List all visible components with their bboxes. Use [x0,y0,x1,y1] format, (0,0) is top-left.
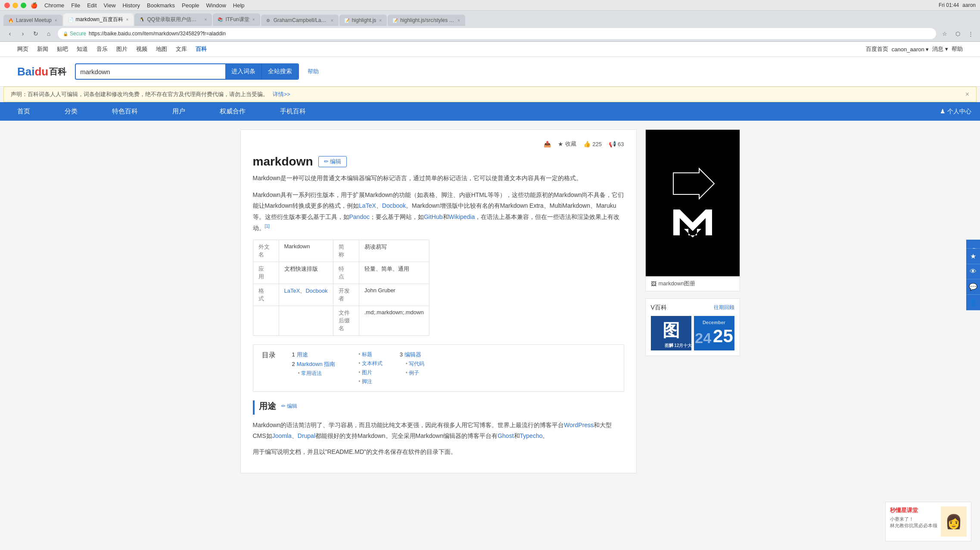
tab-close-7[interactable]: × [457,18,461,23]
tab-close-6[interactable]: × [378,18,383,23]
tab-highlightjs-styles[interactable]: 📝 highlight.js/src/styles at maste… × [388,15,465,26]
toc-sub-4[interactable]: 图片 [352,369,383,376]
toc-item-2[interactable]: 2 Markdown 指南 [292,360,336,368]
menu-edit[interactable]: Edit [87,2,96,9]
eye-float-icon[interactable]: 👁 [966,264,980,279]
docbook-link[interactable]: Docbook [382,202,406,209]
blue-nav-category[interactable]: 分类 [47,102,95,121]
blue-nav-users[interactable]: 用户 [155,102,202,121]
menu-view[interactable]: View [104,2,116,9]
toc-item-1[interactable]: 1 用途 [292,351,336,359]
messages-link[interactable]: 消息 ▾ [932,45,948,53]
baidu-home-link[interactable]: 百度首页 [866,45,888,53]
ghost-link[interactable]: Ghost [498,432,513,439]
tab-close-3[interactable]: × [204,17,208,22]
nav-webpage[interactable]: 网页 [17,45,28,53]
comment-float-icon[interactable]: 💬 [966,279,980,295]
share-action[interactable]: 📤 [544,141,551,147]
user-float-icon[interactable]: 👤 [966,295,980,310]
address-input-box[interactable]: 🔒 Secure https://baike.baidu.com/item/ma… [58,28,936,39]
toc-sub-3[interactable]: 文本样式 [352,360,383,367]
menu-window[interactable]: Window [206,2,226,9]
nav-video[interactable]: 视频 [136,45,147,53]
tab-graham[interactable]: ⚙ GrahamCampbell/Laravel-Mar… × [261,15,339,26]
typecho-link[interactable]: Typecho [520,432,543,439]
ad-banner[interactable]: 秒懂星课堂 小赛来了！ 林允教你抗黑必必本领 👩 [885,502,971,541]
section-edit-yongtu[interactable]: ✏ 编辑 [281,403,297,410]
toc-link-3[interactable]: 编辑器 [404,351,421,359]
wikipedia-link[interactable]: Wikipedia [449,213,475,220]
tab-close-4[interactable]: × [252,17,256,22]
window-controls[interactable] [4,3,26,8]
menu-people[interactable]: People [182,2,199,9]
refresh-button[interactable]: ↻ [30,28,41,39]
latex-link2[interactable]: LaTeX [284,288,300,294]
nav-wenku[interactable]: 文库 [176,45,187,53]
nav-image[interactable]: 图片 [116,45,128,53]
share2-action[interactable]: 📢 63 [609,141,624,147]
tab-close-5[interactable]: × [330,18,334,23]
menu-history[interactable]: History [123,2,140,9]
minimize-button[interactable] [12,3,18,8]
blue-nav-authoritative[interactable]: 权威合作 [202,102,263,121]
back-button[interactable]: ‹ [4,28,16,39]
user-account[interactable]: canon_aaron ▾ [892,46,929,53]
tab-itfun[interactable]: 📚 ITFun课堂 × [213,13,260,26]
wordpress-link[interactable]: WordPress [564,422,594,428]
maximize-button[interactable] [21,3,26,8]
joomla-link[interactable]: Joomla [272,432,292,439]
menu-help[interactable]: Help [233,2,245,9]
forward-button[interactable]: › [17,28,28,39]
nav-zhidao[interactable]: 知道 [77,45,88,53]
star-bookmark-icon[interactable]: ☆ [940,28,950,39]
menu-file[interactable]: File [71,2,80,9]
tab-close-2[interactable]: × [125,17,130,22]
menu-dots-icon[interactable]: ⋮ [965,28,976,39]
drupal-link[interactable]: Drupal [298,432,315,439]
nav-music[interactable]: 音乐 [96,45,108,53]
docbook-link2[interactable]: Docbook [305,288,327,294]
star-float-icon[interactable]: ★ [966,249,980,264]
toc-sub-6[interactable]: 写代码 [400,360,425,368]
tab-laravel-meetup[interactable]: 🔥 Laravel Meetup × [3,15,62,26]
extension-icon[interactable]: ⬡ [952,28,963,39]
blue-nav-mobile[interactable]: 手机百科 [263,102,323,121]
tab-markdown-baike[interactable]: 📄 markdown_百度百科 × [63,13,134,26]
toc-link-2[interactable]: Markdown 指南 [297,360,336,368]
nav-baike[interactable]: 百科 [196,45,207,53]
vbaike-img-2[interactable]: December 24 25 [694,316,734,350]
github-link[interactable]: GitHub [424,213,443,220]
notice-detail-link[interactable]: 详情>> [273,91,290,97]
vbaike-history-link[interactable]: 往期回顾 [714,304,734,312]
search-input[interactable]: markdown [76,68,225,75]
like-action[interactable]: 👍 225 [583,141,602,147]
toc-link-1[interactable]: 用途 [297,351,308,359]
toc-sub-5[interactable]: 脚注 [352,378,383,385]
toc-sub-1[interactable]: 常用语法 [292,370,336,377]
toc-sub-7[interactable]: 例子 [400,369,425,377]
enter-term-button[interactable]: 进入词条 [225,64,262,79]
blue-nav-user-center[interactable]: ♟ 个人中心 [931,103,980,121]
home-button[interactable]: ⌂ [43,28,54,39]
toc-sub-2[interactable]: 标题 [352,351,383,358]
share-float-button[interactable]: 分享 [966,240,980,249]
nav-tieba[interactable]: 贴吧 [57,45,68,53]
nav-map[interactable]: 地图 [156,45,167,53]
tab-qq-login[interactable]: 🐧 QQ登录取获用户信息–Laravel… × [134,13,212,26]
edit-button[interactable]: ✏ 编辑 [318,156,347,167]
nav-news[interactable]: 新闻 [37,45,48,53]
vbaike-img-1[interactable]: 图 解 图解 12月十大热词 [651,316,691,350]
menu-bookmarks[interactable]: Bookmarks [147,2,175,9]
notice-close-button[interactable]: × [965,91,969,98]
blue-nav-featured[interactable]: 特色百科 [95,102,155,121]
menu-apple[interactable]: 🍎 [31,2,37,9]
tab-highlightjs[interactable]: 📝 highlight.js × [339,15,387,26]
close-button[interactable] [4,3,10,8]
toc-item-3[interactable]: 3 编辑器 [400,351,425,359]
blue-nav-home[interactable]: 首页 [0,102,47,121]
full-search-button[interactable]: 全站搜索 [262,64,298,79]
pandoc-link[interactable]: Pandoc [349,213,370,220]
help-link[interactable]: 帮助 [308,68,319,75]
help-link[interactable]: 帮助 [952,45,963,53]
latex-link[interactable]: LaTeX [359,202,376,209]
